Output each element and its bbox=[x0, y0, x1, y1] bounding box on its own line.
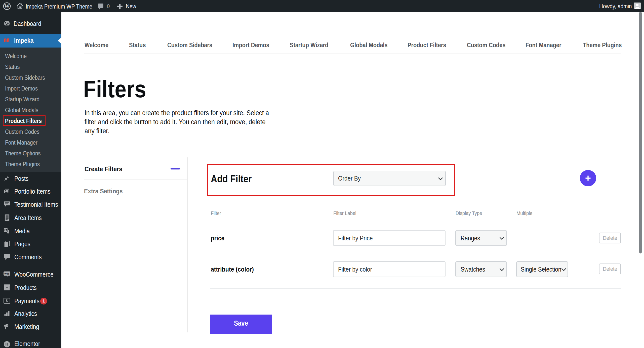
svg-text:Woo: Woo bbox=[4, 273, 9, 275]
svg-text:W: W bbox=[4, 3, 10, 9]
